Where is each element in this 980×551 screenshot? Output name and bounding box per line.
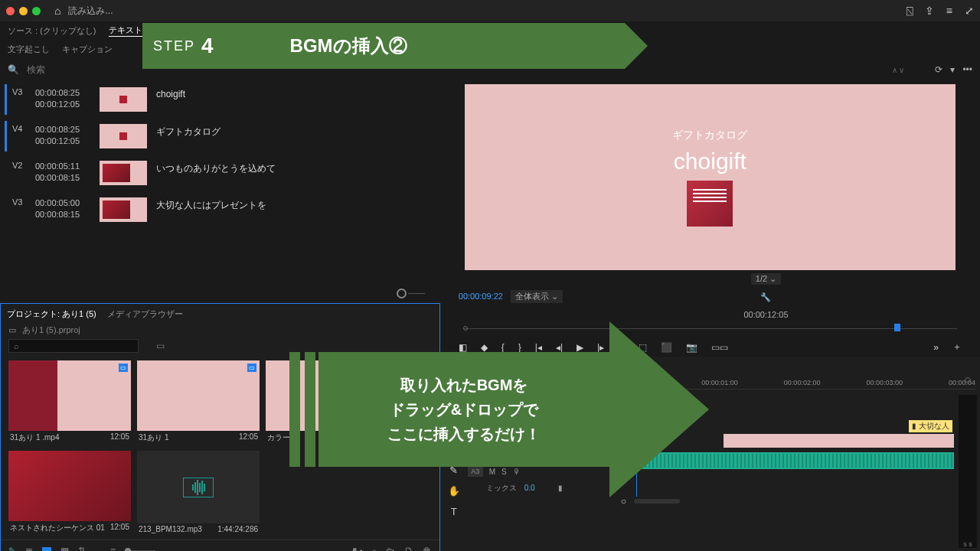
callout-line3: ここに挿入するだけ！ [387, 422, 541, 446]
hand-tool[interactable]: ✋ [448, 485, 460, 497]
preview-title: choigift [674, 148, 746, 174]
fullscreen-icon[interactable]: ⤢ [965, 5, 974, 17]
caption-tab[interactable]: キャプション [62, 44, 113, 55]
project-search[interactable] [8, 339, 139, 353]
find-icon[interactable]: ⌕ [371, 546, 377, 552]
share-icon[interactable]: ⇪ [925, 5, 934, 17]
search-prev-next[interactable]: ∧ ∨ [892, 66, 905, 74]
text-list: V300:00:08:2500:00:12:05choigiftV400:00:… [0, 81, 440, 303]
project-search-icon[interactable]: ▭ [156, 341, 165, 351]
project-item[interactable]: ネストされたシーケンス 0112:05 [8, 451, 131, 535]
type-tool[interactable]: T [451, 506, 457, 517]
video-clip[interactable]: ▮ 大切な人 [724, 434, 954, 448]
add-marker-icon[interactable]: ◆ [481, 342, 488, 353]
text-tab[interactable]: テキスト [109, 24, 142, 37]
text-row[interactable]: V200:00:05:1100:00:08:15いつものありがとうを込めて [5, 155, 440, 191]
min-dot[interactable] [19, 7, 28, 15]
trash-icon[interactable]: 🗑 [423, 546, 432, 552]
mark-in-icon[interactable]: ◧ [459, 342, 467, 353]
preview-graphic [687, 181, 733, 227]
duration-timecode: 00:00:12:05 [743, 310, 788, 319]
compare-icon[interactable]: ▭▭ [711, 342, 728, 353]
new-item-icon[interactable]: ▮◂ [352, 546, 362, 552]
search-icon[interactable]: 🔍 [8, 64, 19, 75]
ruler-zoom-knob[interactable] [965, 377, 971, 383]
step-fwd-icon[interactable]: |▸ [597, 342, 604, 353]
icon-view[interactable] [42, 547, 51, 552]
zoom-line[interactable] [408, 293, 425, 294]
title-bar: ⌂ 読み込み... ⍂ ⇪ ≡ ⤢ [0, 0, 980, 21]
out-icon[interactable]: } [518, 342, 521, 353]
button-editor-icon[interactable]: ＋ [952, 341, 962, 354]
step-title: BGMの挿入② [290, 34, 407, 58]
step-label: STEP [153, 38, 195, 54]
refresh-icon[interactable]: ⟳ [935, 64, 942, 75]
project-item[interactable]: ▭31あり 1 .mp412:05 [8, 360, 131, 445]
mix-value[interactable]: 0.0 [524, 484, 535, 492]
text-row[interactable]: V400:00:08:2500:00:12:05ギフトカタログ [5, 118, 440, 155]
in-icon[interactable]: { [501, 342, 505, 353]
program-monitor: ギフトカタログ choigift 00:00:09:22 全体表示 ⌄ 1/2 … [440, 81, 980, 357]
freeform-icon[interactable]: ▦ [60, 546, 69, 552]
transport-more-icon[interactable]: » [933, 342, 939, 353]
zoom-knob[interactable] [397, 289, 407, 298]
audio-meter: s s [959, 395, 977, 548]
menu-icon[interactable]: ≡ [946, 5, 952, 17]
project-item[interactable]: 213_BPM132.mp31:44:24:286 [137, 451, 260, 535]
mix-meter-icon: ▮ [558, 484, 563, 492]
mix-label: ミックス [486, 484, 517, 492]
project-path: あり1 (5).prproj [22, 324, 80, 336]
step-back-icon[interactable]: ◂| [556, 342, 563, 353]
project-toolbar: ✎ ≣ ▦ ⇅ ≡ ▮◂ ⌕ 🗀 🗋 🗑 [1, 540, 439, 551]
filter-icon[interactable]: ▾ [950, 64, 955, 75]
source-tab[interactable]: ソース : (クリップなし) [8, 25, 96, 37]
adjust-icon[interactable]: ≡ [110, 546, 116, 552]
home-icon[interactable]: ⌂ [54, 5, 60, 17]
media-browser-tab[interactable]: メディアブラウザー [107, 308, 183, 320]
timeline-scroll[interactable]: ○ [616, 497, 975, 506]
fit-select[interactable]: 全体表示 ⌄ [511, 290, 563, 303]
more-icon[interactable]: ••• [962, 64, 972, 75]
current-timecode[interactable]: 00:00:09:22 [459, 292, 503, 301]
play-icon[interactable]: ▶ [577, 342, 583, 353]
project-item[interactable]: ▭31あり 112:05 [137, 360, 260, 445]
list-icon[interactable]: ≣ [25, 546, 33, 552]
text-row[interactable]: V300:00:05:0000:00:08:15大切な人にはプレゼントを [5, 191, 440, 228]
new-icon[interactable]: 🗋 [404, 546, 413, 552]
preview-scrubber[interactable] [459, 324, 962, 333]
goto-in-icon[interactable]: |◂ [535, 342, 542, 353]
new-bin-icon[interactable]: 🗀 [386, 546, 395, 552]
step-banner: STEP 4 BGMの挿入② [142, 23, 625, 69]
callout-arrow: 取り入れたBGMを ドラッグ&ドロップで ここに挿入するだけ！ [289, 352, 609, 467]
quickexport-icon[interactable]: ⍂ [906, 5, 913, 17]
pen-icon[interactable]: ✎ [8, 546, 16, 552]
step-number: 4 [201, 34, 214, 58]
callout-line1: 取り入れたBGMを [400, 373, 528, 397]
bin-icon[interactable]: ▭ [8, 325, 16, 335]
close-dot[interactable] [6, 7, 15, 15]
sort-icon[interactable]: ⇅ [78, 546, 86, 552]
transcribe-tab[interactable]: 文字起こし [8, 44, 50, 55]
window-controls[interactable] [6, 7, 41, 15]
callout-line2: ドラッグ&ドロップで [390, 397, 538, 422]
text-row[interactable]: V300:00:08:2500:00:12:05choigift [5, 81, 440, 118]
clip-label: ▮ 大切な人 [909, 420, 952, 432]
preview-subtitle: ギフトカタログ [672, 129, 747, 142]
wrench-icon[interactable]: 🔧 [760, 292, 771, 302]
max-dot[interactable] [32, 7, 41, 15]
scale-select[interactable]: 1/2 ⌄ [751, 273, 781, 285]
loading-label: 読み込み... [68, 5, 113, 18]
preview-canvas: ギフトカタログ choigift [465, 84, 956, 270]
project-tab[interactable]: プロジェクト: あり1 (5) [7, 308, 96, 320]
